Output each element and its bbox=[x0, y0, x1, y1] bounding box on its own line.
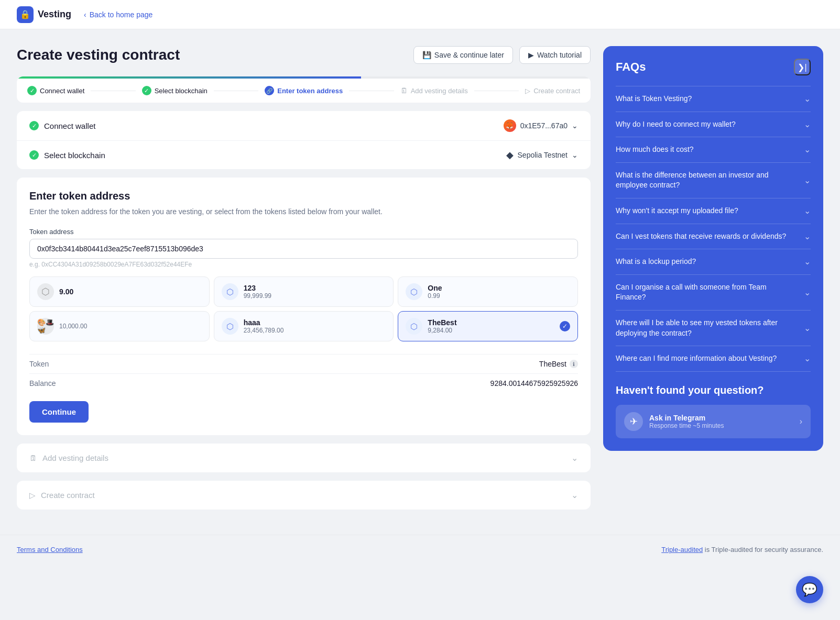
chat-button[interactable]: 💬 bbox=[796, 576, 823, 603]
faq-question-4: Why won't it accept my uploaded file? bbox=[616, 206, 804, 216]
token-icon-5: ⬡ bbox=[222, 318, 238, 335]
faq-item-9[interactable]: Where can I find more information about … bbox=[616, 346, 811, 372]
token-icon-4: 🎨🎩🦋 bbox=[37, 318, 54, 335]
token-name-1: 9.00 bbox=[59, 287, 73, 296]
token-card-4[interactable]: 🎨🎩🦋 10,000.00 bbox=[29, 311, 210, 341]
token-icon-3: ⬡ bbox=[406, 283, 422, 300]
token-info-value: TheBest ℹ bbox=[539, 360, 578, 368]
faq-chevron-icon-5: ⌄ bbox=[804, 231, 811, 241]
step-create-contract[interactable]: ▷ Create contract bbox=[525, 87, 580, 95]
step-cal-icon-4: 🗓 bbox=[400, 86, 408, 95]
token-card-2[interactable]: ⬡ 123 99,999.99 bbox=[214, 276, 394, 307]
steps-bar-fill bbox=[17, 76, 361, 79]
faq-question-2: How much does it cost? bbox=[616, 145, 804, 155]
create-contract-label: Create contract bbox=[41, 491, 95, 500]
token-icon-1: ⬡ bbox=[37, 283, 54, 300]
wallet-avatar: 🦊 bbox=[504, 119, 516, 132]
telegram-info: Ask in Telegram Response time ~5 minutes bbox=[649, 414, 724, 429]
faq-question-6: What is a lockup period? bbox=[616, 257, 804, 267]
token-icon-2: ⬡ bbox=[222, 283, 238, 300]
token-info-tooltip-icon[interactable]: ℹ bbox=[570, 360, 578, 368]
faq-item-3[interactable]: What is the difference between an invest… bbox=[616, 162, 811, 198]
faq-item-4[interactable]: Why won't it accept my uploaded file? ⌄ bbox=[616, 198, 811, 224]
token-info-4: 10,000.00 bbox=[59, 323, 87, 330]
steps-container: ✓ Connect wallet ✓ Select blockchain 🔗 E… bbox=[17, 76, 591, 103]
token-card-1[interactable]: ⬡ 9.00 bbox=[29, 276, 210, 307]
select-blockchain-row[interactable]: ✓ Select blockchain ◆ Sepolia Testnet ⌄ bbox=[17, 141, 591, 169]
step-label-3: Enter token address bbox=[277, 87, 343, 95]
faq-item-1[interactable]: Why do I need to connect my wallet? ⌄ bbox=[616, 112, 811, 137]
step-label-5: Create contract bbox=[533, 87, 580, 95]
step-sep-3 bbox=[349, 91, 394, 91]
step-select-blockchain[interactable]: ✓ Select blockchain bbox=[142, 86, 208, 95]
continue-label: Continue bbox=[42, 407, 76, 416]
step-label-4: Add vesting details bbox=[411, 87, 468, 95]
add-vesting-cal-icon: 🗓 bbox=[29, 453, 37, 462]
token-card-5[interactable]: ⬡ haaa 23,456,789.00 bbox=[214, 311, 394, 341]
balance-info-row: Balance 9284.00144675925925926 bbox=[29, 373, 578, 393]
token-card-6[interactable]: ⬡ TheBest 9,284.00 ✓ bbox=[398, 311, 578, 341]
token-address-label: Token address bbox=[29, 228, 578, 236]
back-link[interactable]: ‹ Back to home page bbox=[84, 10, 152, 19]
watch-tutorial-button[interactable]: ▶ Watch tutorial bbox=[519, 46, 591, 64]
faq-item-7[interactable]: Can I organise a call with someone from … bbox=[616, 274, 811, 310]
create-contract-row[interactable]: ▷ Create contract ⌄ bbox=[17, 481, 591, 510]
step-sep-4 bbox=[474, 91, 519, 91]
token-card-3[interactable]: ⬡ One 0.99 bbox=[398, 276, 578, 307]
token-info-row: Token TheBest ℹ bbox=[29, 354, 578, 373]
select-blockchain-right: ◆ Sepolia Testnet ⌄ bbox=[506, 149, 578, 161]
token-info-5: haaa 23,456,789.00 bbox=[244, 318, 284, 334]
add-vesting-row[interactable]: 🗓 Add vesting details ⌄ bbox=[17, 444, 591, 472]
continue-button[interactable]: Continue bbox=[29, 401, 89, 423]
faq-title: FAQs bbox=[616, 60, 646, 74]
faq-question-0: What is Token Vesting? bbox=[616, 94, 804, 104]
faq-chevron-icon-4: ⌄ bbox=[804, 206, 811, 216]
step-link-icon-3: 🔗 bbox=[265, 86, 274, 95]
faq-close-button[interactable]: ❯| bbox=[794, 59, 811, 75]
blockchain-chevron-icon: ⌄ bbox=[572, 151, 578, 159]
token-balance-6: 9,284.00 bbox=[428, 327, 456, 334]
header: 🔒 Vesting ‹ Back to home page bbox=[0, 0, 840, 29]
faq-chevron-icon-1: ⌄ bbox=[804, 119, 811, 129]
step-arrow-icon-5: ▷ bbox=[525, 87, 530, 95]
step-sep-1 bbox=[91, 91, 135, 91]
terms-link[interactable]: Terms and Conditions bbox=[17, 546, 83, 553]
token-section-desc: Enter the token address for the token yo… bbox=[29, 206, 578, 217]
faq-chevron-icon-9: ⌄ bbox=[804, 353, 811, 363]
faq-chevron-icon-2: ⌄ bbox=[804, 145, 811, 154]
triple-audited-link[interactable]: Triple-audited bbox=[661, 546, 703, 553]
faq-item-6[interactable]: What is a lockup period? ⌄ bbox=[616, 249, 811, 274]
token-address-section: Enter token address Enter the token addr… bbox=[17, 178, 591, 435]
step-sep-2 bbox=[214, 91, 258, 91]
save-icon: 💾 bbox=[422, 51, 431, 59]
main-layout: Create vesting contract 💾 Save & continu… bbox=[0, 29, 840, 535]
token-balance-2: 99,999.99 bbox=[244, 292, 271, 300]
faq-not-found-text: Haven't found your question? bbox=[616, 384, 811, 396]
faq-chevron-icon-7: ⌄ bbox=[804, 287, 811, 297]
balance-label: Balance bbox=[29, 379, 56, 388]
step-add-vesting[interactable]: 🗓 Add vesting details bbox=[400, 86, 468, 95]
faq-item-8[interactable]: Where will I be able to see my vested to… bbox=[616, 310, 811, 346]
step-enter-token[interactable]: 🔗 Enter token address bbox=[265, 86, 343, 95]
token-address-input[interactable] bbox=[29, 239, 578, 259]
create-contract-arrow-icon: ▷ bbox=[29, 491, 36, 500]
step-connect-wallet[interactable]: ✓ Connect wallet bbox=[27, 86, 84, 95]
footer-security: Triple-audited is Triple-audited for sec… bbox=[661, 546, 823, 553]
network-name: Sepolia Testnet bbox=[518, 151, 568, 159]
step-check-icon-2: ✓ bbox=[142, 86, 151, 95]
faq-question-3: What is the difference between an invest… bbox=[616, 170, 804, 191]
create-contract-section: ▷ Create contract ⌄ bbox=[17, 481, 591, 510]
title-actions: 💾 Save & continue later ▶ Watch tutorial bbox=[413, 46, 591, 64]
telegram-card[interactable]: ✈ Ask in Telegram Response time ~5 minut… bbox=[616, 405, 811, 438]
save-continue-button[interactable]: 💾 Save & continue later bbox=[413, 46, 513, 64]
wallet-address: 0x1E57...67a0 bbox=[520, 121, 568, 130]
token-section-title: Enter token address bbox=[29, 190, 578, 202]
token-balance-4: 10,000.00 bbox=[59, 323, 87, 330]
telegram-left: ✈ Ask in Telegram Response time ~5 minut… bbox=[624, 412, 724, 431]
faq-item-2[interactable]: How much does it cost? ⌄ bbox=[616, 137, 811, 162]
faq-item-5[interactable]: Can I vest tokens that receive rewards o… bbox=[616, 224, 811, 249]
faq-item-0[interactable]: What is Token Vesting? ⌄ bbox=[616, 86, 811, 112]
connect-wallet-row[interactable]: ✓ Connect wallet 🦊 0x1E57...67a0 ⌄ bbox=[17, 111, 591, 141]
connect-wallet-check-icon: ✓ bbox=[29, 121, 39, 130]
token-balance-5: 23,456,789.00 bbox=[244, 327, 284, 334]
